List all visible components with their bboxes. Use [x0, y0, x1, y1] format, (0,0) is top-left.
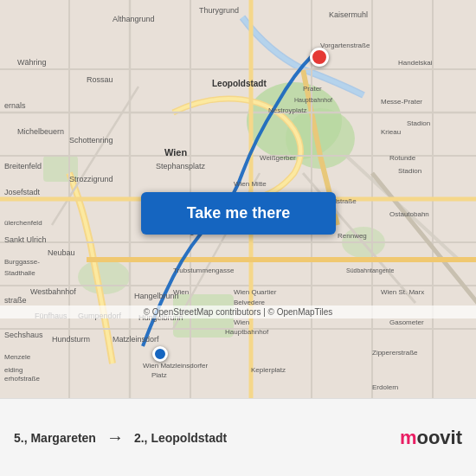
button-label: Take me there: [187, 204, 291, 222]
svg-text:Wien: Wien: [234, 318, 249, 326]
svg-text:Ostautobahn: Ostautobahn: [389, 210, 429, 218]
take-me-there-button[interactable]: Take me there: [141, 192, 336, 235]
map-container: Währing Althangrund Thurygrund Kaisermuh…: [0, 0, 476, 398]
svg-text:Rennweg: Rennweg: [338, 232, 367, 240]
svg-text:ernals: ernals: [4, 101, 26, 110]
svg-text:Hundsturm: Hundsturm: [52, 335, 90, 344]
svg-text:Stadion: Stadion: [407, 119, 430, 127]
from-location: 5., Margareten: [14, 431, 96, 445]
destination-marker: [310, 48, 329, 67]
svg-text:Westbahnhof: Westbahnhof: [30, 287, 76, 296]
svg-text:Handelskai: Handelskai: [398, 59, 433, 67]
to-location: 2., Leopoldstadt: [134, 431, 227, 445]
svg-text:Weißgerber: Weißgerber: [260, 154, 296, 162]
arrow-icon: →: [106, 428, 124, 447]
svg-text:Rotunde: Rotunde: [389, 154, 416, 162]
svg-text:Stadthalle: Stadthalle: [4, 269, 35, 277]
svg-text:Sankt Ulrich: Sankt Ulrich: [4, 235, 47, 244]
svg-text:Hangelbrunn: Hangelbrunn: [134, 292, 179, 300]
svg-text:elding: elding: [4, 366, 23, 374]
svg-text:erhofstraße: erhofstraße: [4, 375, 40, 383]
svg-text:Trubstummengasse: Trubstummengasse: [173, 267, 235, 274]
svg-text:Keplerplatz: Keplerplatz: [251, 366, 286, 374]
svg-point-4: [78, 260, 130, 294]
svg-text:Hauptbahnhof: Hauptbahnhof: [225, 328, 269, 336]
svg-text:Althangrund: Althangrund: [113, 15, 155, 23]
svg-text:Leopoldstadt: Leopoldstadt: [212, 79, 267, 88]
svg-text:ülerchenfeld: ülerchenfeld: [4, 219, 42, 227]
svg-text:Währing: Währing: [17, 58, 47, 67]
svg-text:Wien Quartier: Wien Quartier: [234, 288, 277, 296]
svg-text:Wien: Wien: [164, 147, 187, 158]
svg-text:Hauptbahnhof: Hauptbahnhof: [294, 97, 332, 104]
moovit-logo: moovit: [400, 427, 462, 449]
svg-text:straße: straße: [4, 296, 27, 305]
svg-text:Strozzigrund: Strozzigrund: [69, 175, 113, 183]
svg-text:Wien Mitte: Wien Mitte: [234, 180, 267, 188]
origin-marker: [152, 346, 168, 362]
svg-text:Nestroyplatz: Nestroyplatz: [268, 106, 306, 114]
svg-text:Menzele: Menzele: [4, 353, 31, 361]
svg-text:Stephansplatz: Stephansplatz: [156, 162, 206, 170]
bottom-bar: 5., Margareten → 2., Leopoldstadt moovit: [0, 398, 476, 476]
svg-text:Vorgartenstraße: Vorgartenstraße: [320, 42, 370, 49]
route-info: 5., Margareten → 2., Leopoldstadt: [14, 428, 400, 447]
svg-text:Wien St. Marx: Wien St. Marx: [381, 288, 424, 296]
svg-text:Sechshaus: Sechshaus: [4, 331, 43, 339]
to-label: 2., Leopoldstadt: [134, 431, 227, 445]
moovit-text: moovit: [400, 427, 462, 449]
svg-text:Rossau: Rossau: [87, 75, 113, 84]
svg-text:Zippererstraße: Zippererstraße: [372, 349, 418, 357]
from-label: 5., Margareten: [14, 431, 96, 445]
svg-text:Erdolern: Erdolern: [372, 383, 398, 391]
map-attribution: © OpenStreetMap contributors | © OpenMap…: [0, 306, 476, 318]
svg-text:Wien Matzleinsdorfer: Wien Matzleinsdorfer: [143, 362, 208, 370]
svg-text:Burggasse-: Burggasse-: [4, 258, 40, 266]
svg-text:Thurygrund: Thurygrund: [199, 6, 239, 15]
svg-text:Schottenring: Schottenring: [69, 136, 113, 145]
svg-text:Südbahntangente: Südbahntangente: [346, 267, 394, 274]
svg-text:Platz: Platz: [151, 371, 167, 379]
svg-text:Messe-Prater: Messe-Prater: [381, 98, 422, 106]
svg-text:Gasometer: Gasometer: [389, 318, 424, 326]
svg-text:Stadion: Stadion: [398, 167, 421, 175]
svg-text:Michelbeuern: Michelbeuern: [17, 127, 64, 136]
svg-text:Neubau: Neubau: [48, 248, 75, 257]
svg-text:Josefstadt: Josefstadt: [4, 188, 41, 196]
svg-text:Krieau: Krieau: [381, 128, 401, 136]
svg-text:Prater: Prater: [303, 85, 322, 93]
svg-text:Breitenfeld: Breitenfeld: [4, 162, 42, 170]
svg-text:Kaisermuhl: Kaisermuhl: [329, 10, 368, 19]
svg-text:Matzleinsdorf: Matzleinsdorf: [113, 335, 159, 344]
